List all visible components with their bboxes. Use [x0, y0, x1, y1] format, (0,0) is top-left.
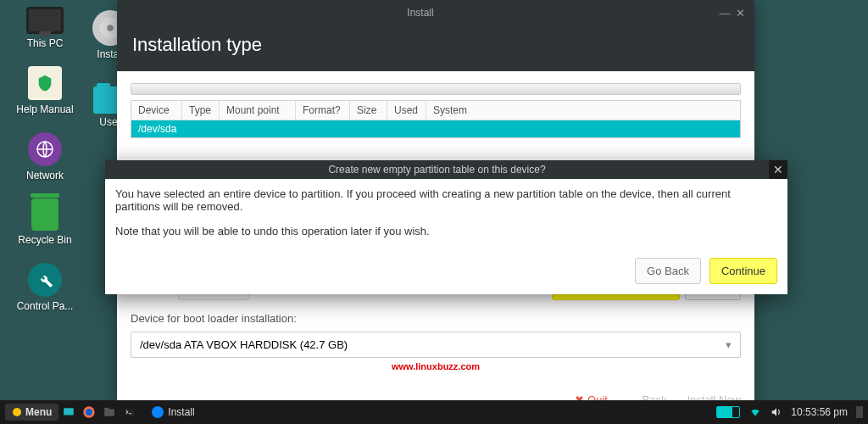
svg-rect-8 — [105, 408, 109, 410]
page-header: Installation type — [117, 25, 754, 71]
clock[interactable]: 10:53:56 pm — [791, 406, 848, 418]
task-label: Install — [168, 406, 194, 418]
dialog-title: Create new empty partition table on this… — [105, 164, 769, 176]
col-mount: Mount point — [220, 101, 296, 120]
wrench-icon — [28, 263, 62, 297]
watermark: www.linuxbuzz.com — [131, 361, 741, 371]
desktop-icon-network[interactable]: Network — [10, 132, 80, 181]
trash-icon — [31, 198, 58, 231]
panel-end-icon[interactable] — [856, 406, 863, 418]
bootloader-select[interactable]: /dev/sda ATA VBOX HARDDISK (42.7 GB) ▾ — [131, 332, 741, 358]
dialog-text-2: Note that you will be able to undo this … — [115, 225, 777, 237]
table-row[interactable]: /dev/sda — [131, 120, 740, 137]
go-back-button[interactable]: Go Back — [635, 258, 701, 284]
dialog-text-1: You have selected an entire device to pa… — [115, 187, 777, 213]
window-title: Install — [124, 7, 717, 19]
svg-rect-4 — [64, 408, 75, 415]
window-titlebar[interactable]: Install — ✕ — [117, 0, 754, 25]
manual-icon — [28, 66, 62, 100]
volume-icon[interactable] — [771, 406, 782, 418]
task-app-icon — [152, 406, 164, 418]
table-header-row: Device Type Mount point Format? Size Use… — [131, 101, 740, 120]
partition-strip — [131, 83, 741, 95]
menu-logo-icon — [12, 407, 22, 417]
col-system: System — [426, 101, 740, 120]
col-format: Format? — [296, 101, 350, 120]
svg-rect-9 — [125, 408, 136, 416]
monitor-icon — [26, 7, 64, 34]
chevron-down-icon: ▾ — [726, 338, 732, 351]
col-type: Type — [182, 101, 220, 120]
taskbar-task-install[interactable]: Install — [145, 404, 201, 421]
svg-point-3 — [13, 408, 21, 416]
dialog-close-icon[interactable]: ✕ — [769, 160, 787, 179]
dialog-button-row: Go Back Continue — [105, 258, 787, 294]
col-device: Device — [131, 101, 182, 120]
desktop-icon-label: Control Pa... — [10, 300, 80, 312]
dialog-body: You have selected an entire device to pa… — [105, 179, 787, 258]
firefox-icon[interactable] — [80, 403, 98, 421]
svg-point-2 — [107, 25, 114, 31]
bootloader-label: Device for boot loader installation: — [131, 312, 741, 325]
show-desktop-icon[interactable] — [59, 403, 78, 421]
menu-button[interactable]: Menu — [5, 404, 58, 421]
bootloader-value: /dev/sda ATA VBOX HARDDISK (42.7 GB) — [140, 338, 348, 351]
desktop-icon-label: Help Manual — [10, 103, 80, 115]
close-icon[interactable]: ✕ — [732, 7, 748, 20]
wifi-icon[interactable] — [748, 406, 762, 418]
desktop-icon-label: Recycle Bin — [10, 234, 80, 246]
confirm-dialog: Create new empty partition table on this… — [105, 160, 787, 294]
desktop-icon-control-panel[interactable]: Control Pa... — [10, 263, 80, 312]
taskbar: Menu Install 10:53:56 pm — [0, 400, 868, 424]
files-icon[interactable] — [100, 403, 119, 421]
continue-button[interactable]: Continue — [709, 258, 777, 284]
minimize-icon[interactable]: — — [717, 7, 732, 20]
desktop-icon-recycle-bin[interactable]: Recycle Bin — [10, 198, 80, 246]
svg-rect-7 — [105, 410, 115, 416]
desktop-icon-help-manual[interactable]: Help Manual — [10, 66, 80, 115]
cell-device: /dev/sda — [131, 120, 183, 137]
svg-point-6 — [86, 409, 92, 416]
col-size: Size — [350, 101, 387, 120]
dialog-titlebar[interactable]: Create new empty partition table on this… — [105, 160, 787, 179]
desktop-icon-label: This PC — [10, 37, 80, 49]
globe-icon — [28, 132, 62, 166]
battery-icon[interactable] — [716, 406, 740, 418]
desktop-icon-label: Network — [10, 170, 80, 181]
partition-table: Device Type Mount point Format? Size Use… — [131, 100, 741, 138]
terminal-icon[interactable] — [120, 403, 139, 421]
desktop-icon-this-pc[interactable]: This PC — [10, 7, 80, 49]
col-used: Used — [387, 101, 426, 120]
